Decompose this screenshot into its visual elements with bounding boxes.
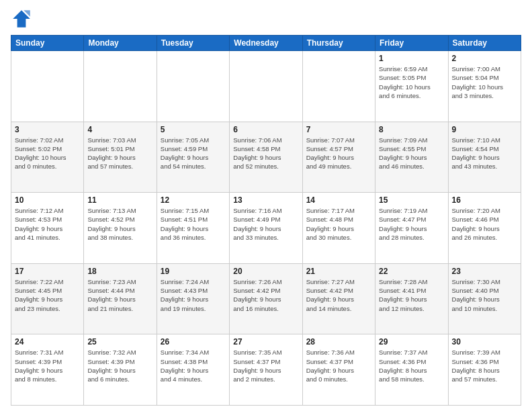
calendar-cell: 29Sunrise: 7:37 AM Sunset: 4:36 PM Dayli… [375,334,448,406]
calendar-cell: 13Sunrise: 7:16 AM Sunset: 4:49 PM Dayli… [230,193,302,264]
day-info: Sunrise: 6:59 AM Sunset: 5:05 PM Dayligh… [379,64,444,100]
day-info: Sunrise: 7:37 AM Sunset: 4:36 PM Dayligh… [379,348,444,383]
day-number: 2 [452,54,517,63]
calendar-header-row: SundayMondayTuesdayWednesdayThursdayFrid… [11,36,521,51]
day-number: 9 [452,125,517,134]
calendar-cell: 2Sunrise: 7:00 AM Sunset: 5:04 PM Daylig… [448,51,521,122]
day-info: Sunrise: 7:28 AM Sunset: 4:41 PM Dayligh… [379,277,444,313]
calendar-cell: 4Sunrise: 7:03 AM Sunset: 5:01 PM Daylig… [84,122,157,193]
day-number: 27 [233,337,298,347]
day-info: Sunrise: 7:19 AM Sunset: 4:47 PM Dayligh… [379,206,444,242]
calendar-week-1: 1Sunrise: 6:59 AM Sunset: 5:05 PM Daylig… [11,51,521,122]
day-info: Sunrise: 7:26 AM Sunset: 4:42 PM Dayligh… [233,277,298,313]
day-info: Sunrise: 7:00 AM Sunset: 5:04 PM Dayligh… [452,64,517,100]
day-number: 30 [452,337,517,347]
day-info: Sunrise: 7:06 AM Sunset: 4:58 PM Dayligh… [233,136,298,171]
day-info: Sunrise: 7:12 AM Sunset: 4:53 PM Dayligh… [15,206,80,242]
calendar-cell: 24Sunrise: 7:31 AM Sunset: 4:39 PM Dayli… [11,334,84,406]
day-number: 1 [379,54,444,63]
calendar-cell [302,51,375,122]
calendar-cell: 15Sunrise: 7:19 AM Sunset: 4:47 PM Dayli… [375,193,448,264]
calendar-cell: 3Sunrise: 7:02 AM Sunset: 5:02 PM Daylig… [11,122,84,193]
weekday-header-saturday: Saturday [448,36,521,51]
day-number: 3 [15,125,80,134]
day-info: Sunrise: 7:22 AM Sunset: 4:45 PM Dayligh… [15,277,80,313]
day-info: Sunrise: 7:07 AM Sunset: 4:57 PM Dayligh… [306,136,371,171]
calendar-week-5: 24Sunrise: 7:31 AM Sunset: 4:39 PM Dayli… [11,334,521,406]
day-info: Sunrise: 7:34 AM Sunset: 4:38 PM Dayligh… [161,348,226,383]
calendar-week-2: 3Sunrise: 7:02 AM Sunset: 5:02 PM Daylig… [11,122,521,193]
weekday-header-thursday: Thursday [302,36,375,51]
calendar-cell: 30Sunrise: 7:39 AM Sunset: 4:36 PM Dayli… [448,334,521,406]
day-info: Sunrise: 7:36 AM Sunset: 4:37 PM Dayligh… [306,348,371,383]
calendar-cell: 22Sunrise: 7:28 AM Sunset: 4:41 PM Dayli… [375,263,448,334]
day-number: 29 [379,337,444,347]
weekday-header-friday: Friday [375,36,448,51]
day-info: Sunrise: 7:03 AM Sunset: 5:01 PM Dayligh… [87,136,152,171]
day-info: Sunrise: 7:23 AM Sunset: 4:44 PM Dayligh… [87,277,152,313]
calendar-cell: 25Sunrise: 7:32 AM Sunset: 4:39 PM Dayli… [84,334,157,406]
day-info: Sunrise: 7:30 AM Sunset: 4:40 PM Dayligh… [452,277,517,313]
day-number: 15 [379,195,444,205]
day-number: 28 [306,337,371,347]
calendar-cell: 7Sunrise: 7:07 AM Sunset: 4:57 PM Daylig… [302,122,375,193]
day-number: 11 [87,195,152,205]
calendar-week-4: 17Sunrise: 7:22 AM Sunset: 4:45 PM Dayli… [11,263,521,334]
day-info: Sunrise: 7:05 AM Sunset: 4:59 PM Dayligh… [161,136,226,171]
day-number: 18 [87,267,152,276]
calendar-cell: 18Sunrise: 7:23 AM Sunset: 4:44 PM Dayli… [84,263,157,334]
calendar-cell: 10Sunrise: 7:12 AM Sunset: 4:53 PM Dayli… [11,193,84,264]
page: SundayMondayTuesdayWednesdayThursdayFrid… [0,0,532,411]
day-number: 14 [306,195,371,205]
calendar-cell: 17Sunrise: 7:22 AM Sunset: 4:45 PM Dayli… [11,263,84,334]
calendar-cell: 19Sunrise: 7:24 AM Sunset: 4:43 PM Dayli… [157,263,229,334]
logo-icon [11,8,32,30]
day-info: Sunrise: 7:17 AM Sunset: 4:48 PM Dayligh… [306,206,371,242]
calendar-cell: 23Sunrise: 7:30 AM Sunset: 4:40 PM Dayli… [448,263,521,334]
day-number: 17 [15,267,80,276]
day-info: Sunrise: 7:31 AM Sunset: 4:39 PM Dayligh… [15,348,80,383]
day-info: Sunrise: 7:13 AM Sunset: 4:52 PM Dayligh… [87,206,152,242]
weekday-header-monday: Monday [84,36,157,51]
weekday-header-wednesday: Wednesday [230,36,302,51]
calendar-cell: 5Sunrise: 7:05 AM Sunset: 4:59 PM Daylig… [157,122,229,193]
day-number: 4 [87,125,152,134]
logo [11,8,35,30]
day-number: 7 [306,125,371,134]
day-number: 16 [452,195,517,205]
calendar-cell [84,51,157,122]
header [11,8,521,30]
day-info: Sunrise: 7:27 AM Sunset: 4:42 PM Dayligh… [306,277,371,313]
day-number: 22 [379,267,444,276]
day-info: Sunrise: 7:20 AM Sunset: 4:46 PM Dayligh… [452,206,517,242]
calendar-cell: 21Sunrise: 7:27 AM Sunset: 4:42 PM Dayli… [302,263,375,334]
day-number: 21 [306,267,371,276]
day-info: Sunrise: 7:09 AM Sunset: 4:55 PM Dayligh… [379,136,444,171]
day-number: 10 [15,195,80,205]
calendar-cell: 11Sunrise: 7:13 AM Sunset: 4:52 PM Dayli… [84,193,157,264]
day-number: 5 [161,125,226,134]
day-info: Sunrise: 7:16 AM Sunset: 4:49 PM Dayligh… [233,206,298,242]
calendar-cell: 20Sunrise: 7:26 AM Sunset: 4:42 PM Dayli… [230,263,302,334]
calendar-cell: 27Sunrise: 7:35 AM Sunset: 4:37 PM Dayli… [230,334,302,406]
day-number: 20 [233,267,298,276]
day-info: Sunrise: 7:24 AM Sunset: 4:43 PM Dayligh… [161,277,226,313]
weekday-header-tuesday: Tuesday [157,36,229,51]
calendar-cell: 1Sunrise: 6:59 AM Sunset: 5:05 PM Daylig… [375,51,448,122]
day-number: 24 [15,337,80,347]
calendar-table: SundayMondayTuesdayWednesdayThursdayFrid… [11,35,521,406]
day-number: 13 [233,195,298,205]
calendar-cell [157,51,229,122]
calendar-cell: 12Sunrise: 7:15 AM Sunset: 4:51 PM Dayli… [157,193,229,264]
day-number: 26 [161,337,226,347]
day-info: Sunrise: 7:10 AM Sunset: 4:54 PM Dayligh… [452,136,517,171]
day-number: 19 [161,267,226,276]
day-info: Sunrise: 7:32 AM Sunset: 4:39 PM Dayligh… [87,348,152,383]
day-number: 25 [87,337,152,347]
day-info: Sunrise: 7:39 AM Sunset: 4:36 PM Dayligh… [452,348,517,383]
day-info: Sunrise: 7:35 AM Sunset: 4:37 PM Dayligh… [233,348,298,383]
calendar-cell: 14Sunrise: 7:17 AM Sunset: 4:48 PM Dayli… [302,193,375,264]
day-number: 23 [452,267,517,276]
weekday-header-sunday: Sunday [11,36,84,51]
calendar-cell: 28Sunrise: 7:36 AM Sunset: 4:37 PM Dayli… [302,334,375,406]
